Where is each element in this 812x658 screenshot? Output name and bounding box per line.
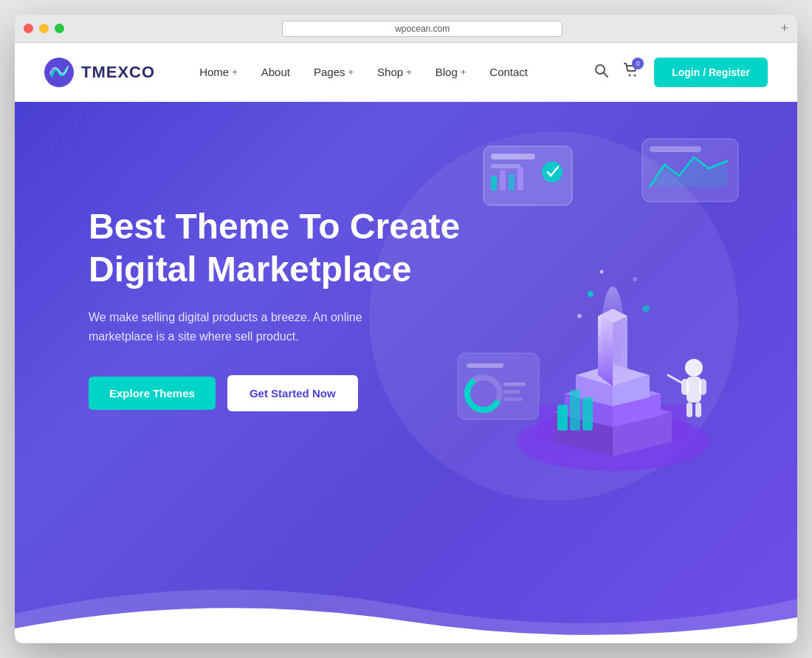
cart-icon[interactable]: 0 <box>623 62 639 82</box>
svg-point-37 <box>602 287 624 375</box>
website-content: TMEXCO Home + About Pages + Shop + <box>15 43 797 643</box>
mac-window: wpocean.com + TMEXCO Home + <box>15 15 797 643</box>
svg-rect-8 <box>491 176 497 191</box>
cart-badge: 0 <box>632 58 644 69</box>
svg-rect-15 <box>650 146 701 152</box>
hero-section: Best Theme To Create Digital Marketplace… <box>15 102 797 643</box>
mac-titlebar: wpocean.com + <box>15 15 797 43</box>
minimize-window-button[interactable] <box>39 24 49 33</box>
hero-buttons: Explore Themes Get Started Now <box>89 375 472 411</box>
url-input[interactable]: wpocean.com <box>282 21 562 37</box>
nav-item-pages[interactable]: Pages + <box>314 66 354 78</box>
hero-content: Best Theme To Create Digital Marketplace… <box>89 161 472 411</box>
svg-line-2 <box>604 73 608 77</box>
svg-line-52 <box>668 375 681 383</box>
svg-point-1 <box>596 65 605 74</box>
svg-rect-22 <box>503 397 523 401</box>
hero-title: Best Theme To Create Digital Marketplace <box>89 205 472 290</box>
get-started-button[interactable]: Get Started Now <box>227 375 358 411</box>
maximize-window-button[interactable] <box>55 24 64 33</box>
svg-rect-10 <box>509 174 515 191</box>
hero-wave <box>15 569 797 643</box>
svg-point-42 <box>600 270 604 274</box>
logo[interactable]: TMEXCO <box>44 58 155 87</box>
nav-menu: Home + About Pages + Shop + Blog + <box>199 66 528 78</box>
svg-rect-45 <box>582 397 593 431</box>
nav-item-contact[interactable]: Contact <box>489 66 528 78</box>
svg-rect-21 <box>503 390 520 394</box>
svg-point-46 <box>685 359 703 377</box>
logo-icon <box>44 58 74 87</box>
isometric-illustration-svg <box>443 131 753 486</box>
mac-window-buttons <box>24 24 64 33</box>
navbar: TMEXCO Home + About Pages + Shop + <box>15 43 797 102</box>
svg-rect-49 <box>699 379 706 395</box>
svg-rect-6 <box>491 154 535 160</box>
svg-rect-51 <box>695 402 701 417</box>
svg-rect-43 <box>557 405 568 431</box>
svg-rect-20 <box>503 383 526 386</box>
close-window-button[interactable] <box>24 24 33 33</box>
url-text: wpocean.com <box>395 24 450 34</box>
svg-point-40 <box>577 314 582 318</box>
hero-subtitle: We make selling digital products a breez… <box>89 308 369 346</box>
nav-item-about[interactable]: About <box>261 66 290 78</box>
nav-right: 0 Login / Register <box>593 58 768 87</box>
svg-point-3 <box>629 75 631 77</box>
logo-text: TMEXCO <box>81 63 155 82</box>
nav-item-home[interactable]: Home + <box>199 66 238 78</box>
nav-item-shop[interactable]: Shop + <box>377 66 412 78</box>
new-tab-button[interactable]: + <box>780 21 788 36</box>
hero-illustration <box>443 131 753 486</box>
svg-point-4 <box>634 75 636 77</box>
url-bar: wpocean.com <box>64 21 780 37</box>
svg-rect-48 <box>681 379 689 395</box>
explore-themes-button[interactable]: Explore Themes <box>89 377 216 410</box>
svg-rect-11 <box>517 167 523 191</box>
svg-rect-7 <box>491 164 520 168</box>
svg-point-38 <box>588 291 593 297</box>
svg-point-12 <box>542 162 562 182</box>
svg-rect-50 <box>687 402 692 417</box>
nav-item-blog[interactable]: Blog + <box>436 66 467 78</box>
svg-rect-9 <box>500 170 506 191</box>
search-icon[interactable] <box>593 63 608 81</box>
login-register-button[interactable]: Login / Register <box>654 58 768 87</box>
svg-rect-17 <box>467 363 503 368</box>
svg-point-41 <box>642 305 650 312</box>
svg-rect-44 <box>570 390 580 431</box>
svg-point-39 <box>633 277 637 281</box>
